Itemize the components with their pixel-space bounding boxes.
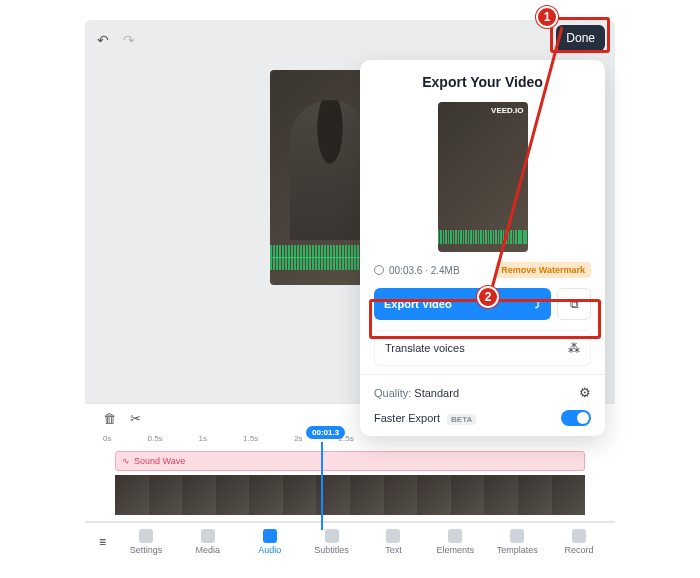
export-panel: Export Your Video VEED.IO 00:03.6 · 2.4M… — [360, 60, 605, 436]
tab-audio[interactable]: Audio — [242, 529, 298, 555]
tab-templates[interactable]: Templates — [489, 529, 545, 555]
beta-badge: BETA — [447, 414, 476, 425]
tab-elements[interactable]: Elements — [427, 529, 483, 555]
subtitles-icon — [325, 529, 339, 543]
tab-label: Record — [565, 545, 594, 555]
elements-icon — [448, 529, 462, 543]
ruler-tick: 2s — [294, 434, 302, 443]
tab-label: Audio — [258, 545, 281, 555]
watermark-label: VEED.IO — [491, 106, 523, 115]
faster-export-row: Faster Export BETA — [374, 410, 591, 426]
undo-icon[interactable]: ↶ — [97, 32, 109, 48]
faster-export-label: Faster Export — [374, 412, 440, 424]
ruler-tick: 1.5s — [243, 434, 258, 443]
settings-icon — [139, 529, 153, 543]
delete-icon[interactable]: 🗑 — [103, 411, 116, 426]
ruler-tick: 0.5s — [147, 434, 162, 443]
translate-icon: ⁂ — [568, 341, 580, 355]
redo-icon[interactable]: ↷ — [123, 32, 135, 48]
export-video-button[interactable]: Export Video ⤴ — [374, 288, 551, 320]
export-options-button[interactable]: ⧉ — [557, 288, 591, 320]
translate-label: Translate voices — [385, 342, 465, 354]
playhead-time[interactable]: 00:01.3 — [306, 426, 345, 439]
done-button[interactable]: Done — [556, 25, 605, 51]
faster-export-toggle[interactable] — [561, 410, 591, 426]
text-icon — [386, 529, 400, 543]
tab-media[interactable]: Media — [180, 529, 236, 555]
audio-icon — [263, 529, 277, 543]
divider — [360, 374, 605, 375]
remove-watermark-button[interactable]: Remove Watermark — [495, 262, 591, 278]
top-bar: ↶ ↷ Done — [85, 20, 615, 60]
quality-value: Standard — [414, 387, 459, 399]
translate-voices-button[interactable]: Translate voices ⁂ — [374, 330, 591, 366]
tab-label: Elements — [437, 545, 475, 555]
menu-icon[interactable]: ≡ — [93, 535, 112, 549]
export-video-label: Export Video — [384, 298, 452, 310]
video-subject — [290, 100, 370, 240]
tab-subtitles[interactable]: Subtitles — [304, 529, 360, 555]
thumbnail-waveform — [438, 230, 528, 244]
record-icon — [572, 529, 586, 543]
tab-settings[interactable]: Settings — [118, 529, 174, 555]
tab-label: Subtitles — [314, 545, 349, 555]
cut-icon[interactable]: ✂ — [130, 411, 141, 426]
tab-record[interactable]: Record — [551, 529, 607, 555]
gear-icon[interactable]: ⚙ — [579, 385, 591, 400]
export-meta-text: 00:03.6 · 2.4MB — [389, 265, 460, 276]
audio-track[interactable]: ∿ Sound Wave — [115, 451, 585, 471]
layers-icon: ⧉ — [570, 297, 579, 311]
quality-row[interactable]: Quality: Standard ⚙ — [374, 385, 591, 400]
audio-track-label: Sound Wave — [134, 456, 185, 466]
export-thumbnail: VEED.IO — [438, 102, 528, 252]
upload-icon: ⤴ — [535, 298, 541, 310]
ruler-tick: 1s — [199, 434, 207, 443]
templates-icon — [510, 529, 524, 543]
playhead-line[interactable] — [321, 442, 323, 530]
clock-icon — [374, 265, 384, 275]
export-meta: 00:03.6 · 2.4MB Remove Watermark — [374, 262, 591, 278]
tab-label: Text — [385, 545, 402, 555]
tab-text[interactable]: Text — [366, 529, 422, 555]
tab-label: Settings — [130, 545, 163, 555]
ruler-tick: 0s — [103, 434, 111, 443]
video-track[interactable] — [115, 475, 585, 515]
tab-label: Templates — [497, 545, 538, 555]
bottom-toolbar: ≡ Settings Media Audio Subtitles Text El… — [85, 522, 615, 560]
quality-label: Quality: — [374, 387, 411, 399]
export-title: Export Your Video — [374, 74, 591, 90]
tab-label: Media — [196, 545, 221, 555]
media-icon — [201, 529, 215, 543]
audio-wave-icon: ∿ — [122, 456, 130, 466]
